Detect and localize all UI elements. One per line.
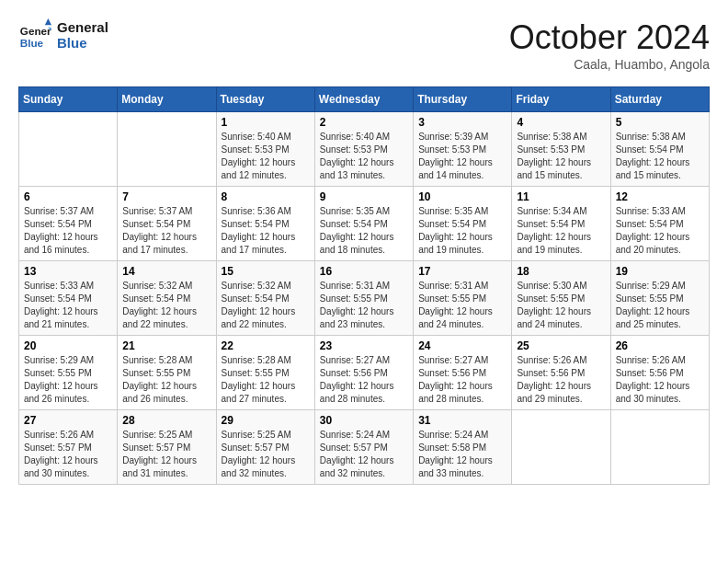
calendar-cell: 16Sunrise: 5:31 AM Sunset: 5:55 PM Dayli… <box>314 261 413 336</box>
day-info: Sunrise: 5:31 AM Sunset: 5:55 PM Dayligh… <box>418 280 506 331</box>
day-number: 1 <box>222 116 310 129</box>
day-number: 10 <box>418 190 506 203</box>
calendar-cell <box>19 112 118 187</box>
calendar-cell: 25Sunrise: 5:26 AM Sunset: 5:56 PM Dayli… <box>512 336 610 410</box>
day-number: 4 <box>517 116 605 129</box>
calendar-cell: 26Sunrise: 5:26 AM Sunset: 5:56 PM Dayli… <box>610 336 709 410</box>
calendar-cell: 11Sunrise: 5:34 AM Sunset: 5:54 PM Dayli… <box>512 187 610 261</box>
day-info: Sunrise: 5:31 AM Sunset: 5:55 PM Dayligh… <box>320 280 408 331</box>
calendar-cell: 15Sunrise: 5:32 AM Sunset: 5:54 PM Dayli… <box>216 261 314 336</box>
day-info: Sunrise: 5:30 AM Sunset: 5:55 PM Dayligh… <box>517 280 605 331</box>
day-number: 9 <box>320 190 408 203</box>
day-info: Sunrise: 5:34 AM Sunset: 5:54 PM Dayligh… <box>517 205 605 257</box>
svg-text:Blue: Blue <box>20 37 44 49</box>
logo-blue: Blue <box>57 35 108 51</box>
day-number: 12 <box>616 190 704 203</box>
day-info: Sunrise: 5:27 AM Sunset: 5:56 PM Dayligh… <box>320 354 408 406</box>
day-info: Sunrise: 5:27 AM Sunset: 5:56 PM Dayligh… <box>418 354 506 406</box>
calendar-cell: 4Sunrise: 5:38 AM Sunset: 5:53 PM Daylig… <box>512 112 610 187</box>
calendar-cell: 24Sunrise: 5:27 AM Sunset: 5:56 PM Dayli… <box>414 336 512 410</box>
day-info: Sunrise: 5:32 AM Sunset: 5:54 PM Dayligh… <box>122 280 210 331</box>
day-info: Sunrise: 5:37 AM Sunset: 5:54 PM Dayligh… <box>122 205 210 257</box>
calendar-cell: 30Sunrise: 5:24 AM Sunset: 5:57 PM Dayli… <box>314 410 413 485</box>
day-number: 20 <box>24 339 112 352</box>
day-number: 5 <box>616 116 704 129</box>
calendar-week-row: 20Sunrise: 5:29 AM Sunset: 5:55 PM Dayli… <box>19 336 710 410</box>
weekday-header: Friday <box>512 87 610 112</box>
day-number: 15 <box>222 265 310 278</box>
calendar-cell: 5Sunrise: 5:38 AM Sunset: 5:54 PM Daylig… <box>610 112 709 187</box>
day-info: Sunrise: 5:28 AM Sunset: 5:55 PM Dayligh… <box>222 354 310 406</box>
day-number: 28 <box>122 414 210 427</box>
calendar-week-row: 13Sunrise: 5:33 AM Sunset: 5:54 PM Dayli… <box>19 261 710 336</box>
weekday-header: Saturday <box>610 87 709 112</box>
weekday-header: Tuesday <box>216 87 314 112</box>
day-info: Sunrise: 5:24 AM Sunset: 5:57 PM Dayligh… <box>320 429 408 480</box>
day-number: 11 <box>517 190 605 203</box>
day-info: Sunrise: 5:24 AM Sunset: 5:58 PM Dayligh… <box>418 429 506 480</box>
day-info: Sunrise: 5:40 AM Sunset: 5:53 PM Dayligh… <box>320 131 408 182</box>
day-number: 7 <box>122 190 210 203</box>
day-number: 31 <box>418 414 506 427</box>
day-info: Sunrise: 5:29 AM Sunset: 5:55 PM Dayligh… <box>616 280 704 331</box>
calendar-cell: 8Sunrise: 5:36 AM Sunset: 5:54 PM Daylig… <box>216 187 314 261</box>
calendar-table: SundayMondayTuesdayWednesdayThursdayFrid… <box>18 86 710 485</box>
day-number: 27 <box>24 414 112 427</box>
day-info: Sunrise: 5:28 AM Sunset: 5:55 PM Dayligh… <box>122 354 210 406</box>
calendar-cell: 7Sunrise: 5:37 AM Sunset: 5:54 PM Daylig… <box>118 187 216 261</box>
calendar-cell: 22Sunrise: 5:28 AM Sunset: 5:55 PM Dayli… <box>216 336 314 410</box>
calendar-cell: 9Sunrise: 5:35 AM Sunset: 5:54 PM Daylig… <box>314 187 413 261</box>
calendar-cell: 27Sunrise: 5:26 AM Sunset: 5:57 PM Dayli… <box>19 410 118 485</box>
location-subtitle: Caala, Huambo, Angola <box>509 57 710 72</box>
day-number: 16 <box>320 265 408 278</box>
calendar-cell <box>118 112 216 187</box>
calendar-cell <box>512 410 610 485</box>
calendar-cell <box>610 410 709 485</box>
calendar-cell: 17Sunrise: 5:31 AM Sunset: 5:55 PM Dayli… <box>414 261 512 336</box>
day-info: Sunrise: 5:35 AM Sunset: 5:54 PM Dayligh… <box>418 205 506 257</box>
day-info: Sunrise: 5:29 AM Sunset: 5:55 PM Dayligh… <box>24 354 112 406</box>
day-info: Sunrise: 5:35 AM Sunset: 5:54 PM Dayligh… <box>320 205 408 257</box>
day-info: Sunrise: 5:33 AM Sunset: 5:54 PM Dayligh… <box>616 205 704 257</box>
day-info: Sunrise: 5:26 AM Sunset: 5:56 PM Dayligh… <box>616 354 704 406</box>
day-info: Sunrise: 5:40 AM Sunset: 5:53 PM Dayligh… <box>222 131 310 182</box>
day-number: 24 <box>418 339 506 352</box>
svg-text:General: General <box>20 25 51 37</box>
day-number: 2 <box>320 116 408 129</box>
calendar-cell: 18Sunrise: 5:30 AM Sunset: 5:55 PM Dayli… <box>512 261 610 336</box>
svg-marker-2 <box>45 18 51 25</box>
weekday-header: Monday <box>118 87 216 112</box>
calendar-cell: 10Sunrise: 5:35 AM Sunset: 5:54 PM Dayli… <box>414 187 512 261</box>
calendar-cell: 31Sunrise: 5:24 AM Sunset: 5:58 PM Dayli… <box>414 410 512 485</box>
calendar-cell: 1Sunrise: 5:40 AM Sunset: 5:53 PM Daylig… <box>216 112 314 187</box>
day-number: 6 <box>24 190 112 203</box>
calendar-cell: 2Sunrise: 5:40 AM Sunset: 5:53 PM Daylig… <box>314 112 413 187</box>
day-info: Sunrise: 5:25 AM Sunset: 5:57 PM Dayligh… <box>122 429 210 480</box>
weekday-header-row: SundayMondayTuesdayWednesdayThursdayFrid… <box>19 87 710 112</box>
weekday-header: Thursday <box>414 87 512 112</box>
day-number: 22 <box>222 339 310 352</box>
calendar-cell: 21Sunrise: 5:28 AM Sunset: 5:55 PM Dayli… <box>118 336 216 410</box>
day-info: Sunrise: 5:26 AM Sunset: 5:57 PM Dayligh… <box>24 429 112 480</box>
weekday-header: Wednesday <box>314 87 413 112</box>
day-info: Sunrise: 5:37 AM Sunset: 5:54 PM Dayligh… <box>24 205 112 257</box>
day-number: 19 <box>616 265 704 278</box>
calendar-cell: 12Sunrise: 5:33 AM Sunset: 5:54 PM Dayli… <box>610 187 709 261</box>
day-number: 14 <box>122 265 210 278</box>
day-info: Sunrise: 5:33 AM Sunset: 5:54 PM Dayligh… <box>24 280 112 331</box>
calendar-cell: 28Sunrise: 5:25 AM Sunset: 5:57 PM Dayli… <box>118 410 216 485</box>
day-number: 21 <box>122 339 210 352</box>
day-number: 26 <box>616 339 704 352</box>
calendar-cell: 3Sunrise: 5:39 AM Sunset: 5:53 PM Daylig… <box>414 112 512 187</box>
day-info: Sunrise: 5:32 AM Sunset: 5:54 PM Dayligh… <box>222 280 310 331</box>
month-title: October 2024 <box>509 18 710 57</box>
calendar-cell: 13Sunrise: 5:33 AM Sunset: 5:54 PM Dayli… <box>19 261 118 336</box>
day-info: Sunrise: 5:25 AM Sunset: 5:57 PM Dayligh… <box>222 429 310 480</box>
weekday-header: Sunday <box>19 87 118 112</box>
day-number: 23 <box>320 339 408 352</box>
day-number: 29 <box>222 414 310 427</box>
calendar-cell: 20Sunrise: 5:29 AM Sunset: 5:55 PM Dayli… <box>19 336 118 410</box>
calendar-week-row: 27Sunrise: 5:26 AM Sunset: 5:57 PM Dayli… <box>19 410 710 485</box>
day-number: 25 <box>517 339 605 352</box>
calendar-week-row: 6Sunrise: 5:37 AM Sunset: 5:54 PM Daylig… <box>19 187 710 261</box>
